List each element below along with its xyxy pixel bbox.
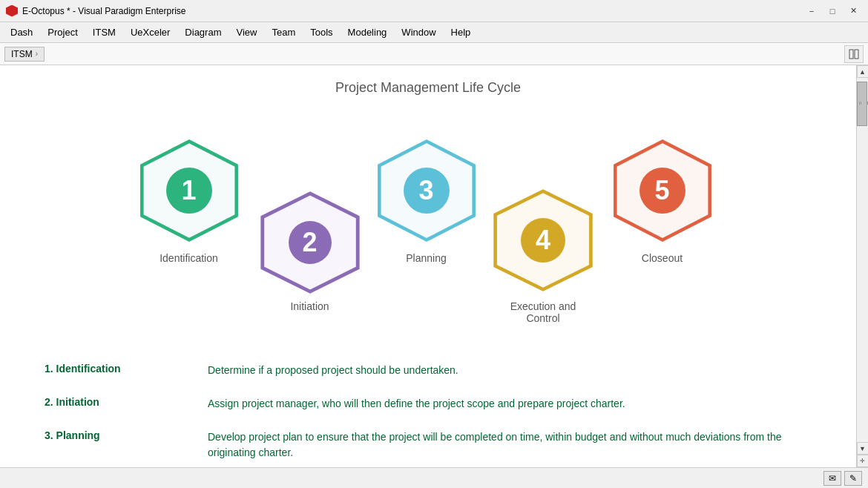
svg-rect-1 bbox=[855, 50, 858, 59]
desc-label-1: 1. Identification bbox=[45, 363, 193, 378]
scroll-grip bbox=[859, 102, 868, 105]
desc-item-2: 2. Initiation Assign project manager, wh… bbox=[45, 396, 812, 412]
maximize-button[interactable]: □ bbox=[823, 4, 841, 18]
menu-window[interactable]: Window bbox=[394, 24, 443, 41]
breadcrumb: ITSM › bbox=[4, 47, 45, 62]
hex-initiation[interactable]: 2 Initiation bbox=[256, 188, 364, 312]
desc-item-3: 3. Planning Develop project plan to ensu… bbox=[45, 429, 812, 461]
toolbar: ITSM › bbox=[0, 43, 868, 65]
scroll-down-button[interactable]: ▼ bbox=[857, 442, 869, 455]
content-wrapper: Project Management Life Cycle 1 bbox=[0, 65, 856, 467]
svg-rect-0 bbox=[849, 50, 853, 59]
menu-modeling[interactable]: Modeling bbox=[341, 24, 395, 41]
email-button[interactable]: ✉ bbox=[823, 471, 841, 486]
desc-label-2: 2. Initiation bbox=[45, 396, 193, 412]
hex-container: 1 Identification 2 bbox=[94, 125, 762, 333]
breadcrumb-itsm[interactable]: ITSM › bbox=[4, 47, 45, 62]
menu-uexceler[interactable]: UeXceler bbox=[123, 24, 177, 41]
scroll-up-button[interactable]: ▲ bbox=[857, 65, 869, 78]
menu-tools[interactable]: Tools bbox=[303, 24, 340, 41]
hex-1-label: Identification bbox=[160, 252, 218, 264]
breadcrumb-arrow: › bbox=[36, 50, 38, 58]
menu-project[interactable]: Project bbox=[40, 24, 85, 41]
hex-execution[interactable]: 4 Execution andControl bbox=[487, 185, 599, 324]
page-title: Project Management Life Cycle bbox=[30, 80, 826, 96]
hex-identification[interactable]: 1 Identification bbox=[131, 133, 246, 264]
menu-itsm[interactable]: ITSM bbox=[85, 24, 123, 41]
menu-team[interactable]: Team bbox=[264, 24, 303, 41]
close-button[interactable]: ✕ bbox=[844, 4, 862, 18]
desc-text-1: Determine if a proposed project should b… bbox=[208, 363, 812, 378]
hex-5-label: Closeout bbox=[642, 252, 683, 264]
desc-item-1: 1. Identification Determine if a propose… bbox=[45, 363, 812, 378]
desc-text-2: Assign project manager, who will then de… bbox=[208, 396, 812, 412]
scroll-thumb[interactable] bbox=[857, 82, 867, 126]
desc-text-3: Develop project plan to ensure that the … bbox=[208, 429, 812, 461]
hex-planning[interactable]: 3 Planning bbox=[369, 133, 484, 264]
title-bar: E-Octopus * - Visual Paradigm Enterprise… bbox=[0, 0, 868, 22]
hex-2-label: Initiation bbox=[290, 300, 329, 312]
toolbar-panel-button[interactable] bbox=[844, 45, 864, 63]
menu-bar: Dash Project ITSM UeXceler Diagram View … bbox=[0, 22, 868, 43]
hexagon-diagram: 1 Identification 2 bbox=[30, 118, 826, 340]
menu-view[interactable]: View bbox=[228, 24, 264, 41]
hex-3-label: Planning bbox=[406, 252, 447, 264]
menu-dash[interactable]: Dash bbox=[3, 24, 40, 41]
menu-diagram[interactable]: Diagram bbox=[177, 24, 228, 41]
status-bar: ✉ ✎ bbox=[0, 467, 868, 488]
description-list: 1. Identification Determine if a propose… bbox=[30, 363, 826, 461]
scroll-thumb-area bbox=[857, 78, 868, 442]
app-icon bbox=[6, 5, 18, 17]
edit-icon: ✎ bbox=[849, 473, 857, 484]
desc-label-3: 3. Planning bbox=[45, 429, 193, 461]
menu-help[interactable]: Help bbox=[444, 24, 479, 41]
email-icon: ✉ bbox=[829, 473, 836, 484]
app-title: E-Octopus * - Visual Paradigm Enterprise bbox=[22, 6, 186, 16]
toolbar-right bbox=[844, 45, 864, 63]
main-area: Project Management Life Cycle 1 bbox=[0, 65, 868, 467]
hex-4-label: Execution andControl bbox=[510, 300, 576, 324]
hex-closeout[interactable]: 5 Closeout bbox=[605, 133, 720, 264]
edit-button[interactable]: ✎ bbox=[844, 471, 862, 486]
window-controls: − □ ✕ bbox=[803, 4, 862, 18]
scroll-resize-corner: ✛ bbox=[857, 455, 869, 467]
scrollbar-track: ▲ ▼ ✛ bbox=[856, 65, 868, 467]
minimize-button[interactable]: − bbox=[803, 4, 821, 18]
